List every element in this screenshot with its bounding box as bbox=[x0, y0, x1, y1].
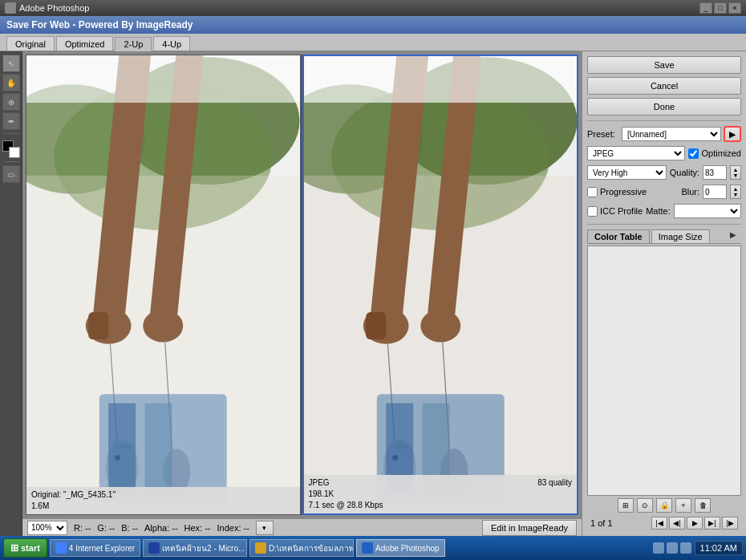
color-picker-button[interactable]: ▾ bbox=[256, 521, 274, 535]
background-color bbox=[9, 147, 20, 158]
left-caption-line1: Original: "_MG_5435.1" bbox=[31, 489, 295, 501]
zoom-select[interactable]: 100% bbox=[27, 521, 67, 535]
alpha-label: Alpha: bbox=[144, 523, 169, 533]
ct-web-shift-btn[interactable]: ⊙ bbox=[637, 498, 653, 513]
tab-optimized[interactable]: Optimized bbox=[56, 36, 114, 51]
separator1 bbox=[587, 120, 741, 121]
start-label: start bbox=[21, 543, 40, 553]
b-label: B: bbox=[121, 523, 129, 533]
progressive-checkbox[interactable] bbox=[587, 187, 598, 197]
taskbar-item-1[interactable]: เทคนิคฝ้ายน2 - Micro... bbox=[143, 539, 247, 557]
right-caption-size: 198.1K bbox=[309, 489, 573, 500]
dialog-title-bar: Save For Web - Powered By ImageReady bbox=[0, 16, 746, 34]
first-page-btn[interactable]: |◀ bbox=[651, 517, 667, 530]
g-label: G: bbox=[97, 523, 107, 533]
tool-arrow[interactable]: ↖ bbox=[2, 55, 20, 72]
minimize-button[interactable]: _ bbox=[699, 2, 712, 14]
svg-rect-16 bbox=[26, 55, 300, 103]
images-container: Original: "_MG_5435.1" 1.6M bbox=[22, 51, 582, 518]
maximize-button[interactable]: □ bbox=[714, 2, 727, 14]
clock-time: 11:02 bbox=[700, 543, 723, 553]
optimized-checkbox[interactable] bbox=[688, 148, 699, 159]
preset-select[interactable]: [Unnamed] bbox=[622, 127, 721, 141]
pagination-buttons: |◀ ◀| ▶ ▶| |▶ bbox=[651, 517, 738, 530]
status-b: B: -- bbox=[121, 523, 138, 533]
sys-tray bbox=[653, 542, 691, 554]
foreground-background[interactable] bbox=[2, 140, 20, 158]
taskbar-item-1-label: เทคนิคฝ้ายน2 - Micro... bbox=[162, 542, 245, 554]
taskbar-item-3-label: Adobe Photoshop bbox=[375, 544, 440, 553]
alpha-value: -- bbox=[172, 523, 177, 533]
done-button[interactable]: Done bbox=[587, 98, 741, 116]
start-button[interactable]: ⊞ start bbox=[3, 538, 47, 558]
ct-delete-btn[interactable]: 🗑 bbox=[695, 498, 711, 513]
right-image-panel[interactable]: JPEG 83 quality 198.1K 7.1 sec @ 28.8 Kb… bbox=[302, 55, 579, 515]
tools-panel: ↖ ✋ ⊕ ✒ ▭ bbox=[0, 51, 22, 536]
tab-color-table[interactable]: Color Table bbox=[587, 229, 650, 243]
blur-stepper[interactable]: ▲▼ bbox=[730, 185, 741, 199]
tray-icon-3 bbox=[680, 542, 691, 554]
folder-icon bbox=[255, 542, 266, 554]
next-page-btn2[interactable]: ▶| bbox=[704, 517, 720, 530]
word-icon bbox=[148, 542, 160, 554]
app-title: Adobe Photoshop bbox=[19, 3, 89, 13]
status-bar: 100% R: -- G: -- B: -- bbox=[22, 518, 582, 536]
prev-page-btn[interactable]: ◀| bbox=[669, 517, 685, 530]
blur-input[interactable] bbox=[703, 185, 727, 199]
icc-checkbox-row: ICC Profile bbox=[587, 204, 643, 218]
last-page-btn[interactable]: |▶ bbox=[722, 517, 738, 530]
clock-display: 11:02 AM bbox=[695, 541, 743, 555]
tool-separator2 bbox=[3, 161, 19, 162]
preset-options-button[interactable]: ▶ bbox=[724, 126, 741, 142]
ct-lock-btn[interactable]: 🔒 bbox=[656, 498, 672, 513]
tool-rectangle[interactable]: ▭ bbox=[2, 165, 20, 183]
format-select[interactable]: JPEG bbox=[587, 146, 685, 160]
format-row: JPEG Optimized bbox=[587, 145, 741, 161]
tool-zoom[interactable]: ⊕ bbox=[2, 93, 20, 111]
start-icon: ⊞ bbox=[10, 542, 18, 554]
quality-stepper[interactable]: ▲▼ bbox=[730, 165, 741, 180]
save-button[interactable]: Save bbox=[587, 56, 741, 74]
status-index: Index: -- bbox=[217, 523, 249, 533]
hex-label: Hex: bbox=[184, 523, 203, 533]
taskbar-item-0[interactable]: 4 Internet Explorer bbox=[50, 539, 140, 557]
compression-select[interactable]: Very High bbox=[587, 165, 667, 180]
matte-select[interactable] bbox=[674, 204, 741, 218]
left-image-panel[interactable]: Original: "_MG_5435.1" 1.6M bbox=[26, 55, 301, 515]
tab-image-size[interactable]: Image Size bbox=[651, 229, 710, 243]
color-table-section: Color Table Image Size ▶ ⊞ ⊙ 🔒 + bbox=[587, 229, 741, 531]
ct-add-btn[interactable]: + bbox=[675, 498, 691, 513]
b-value: -- bbox=[132, 523, 138, 533]
taskbar-item-2-label: D:\เทคนิคการข้อมลภาพ bbox=[269, 542, 354, 554]
zoom-container: 100% bbox=[27, 521, 67, 535]
close-button[interactable]: × bbox=[728, 2, 741, 14]
tab-original[interactable]: Original bbox=[6, 36, 55, 51]
color-table-toolbar: ⊞ ⊙ 🔒 + 🗑 bbox=[587, 496, 741, 515]
compression-quality-row: Very High Quality: ▲▼ bbox=[587, 164, 741, 181]
edit-in-imageready-button[interactable]: Edit in ImageReady bbox=[482, 520, 577, 536]
tool-hand[interactable]: ✋ bbox=[2, 74, 20, 91]
tool-eyedropper[interactable]: ✒ bbox=[2, 112, 20, 130]
next-page-btn[interactable]: ▶ bbox=[687, 517, 703, 530]
ct-map-btn[interactable]: ⊞ bbox=[618, 498, 634, 513]
color-table-menu[interactable]: ▶ bbox=[730, 230, 741, 241]
right-panel: Save Cancel Done Preset: [Unnamed] ▶ JPE… bbox=[582, 51, 746, 536]
icc-checkbox[interactable] bbox=[587, 206, 598, 217]
right-image-caption: JPEG 83 quality 198.1K 7.1 sec @ 28.8 Kb… bbox=[304, 475, 578, 513]
ie-icon bbox=[55, 542, 67, 554]
right-caption-quality: 83 quality bbox=[537, 477, 572, 489]
taskbar-item-2[interactable]: D:\เทคนิคการข้อมลภาพ bbox=[249, 539, 354, 557]
tab-4up[interactable]: 4-Up bbox=[153, 36, 190, 51]
tab-2up[interactable]: 2-Up bbox=[115, 37, 152, 51]
icc-label: ICC Profile bbox=[600, 206, 643, 216]
index-value: -- bbox=[243, 523, 249, 533]
cancel-button[interactable]: Cancel bbox=[587, 77, 741, 95]
matte-label: Matte: bbox=[646, 206, 671, 216]
ps-icon bbox=[362, 542, 373, 554]
quality-input[interactable] bbox=[703, 165, 727, 180]
svg-point-10 bbox=[143, 310, 183, 343]
clock-ampm: AM bbox=[724, 543, 738, 553]
taskbar-item-3[interactable]: Adobe Photoshop bbox=[356, 539, 445, 557]
svg-rect-23 bbox=[366, 312, 386, 339]
separator2 bbox=[587, 224, 741, 225]
